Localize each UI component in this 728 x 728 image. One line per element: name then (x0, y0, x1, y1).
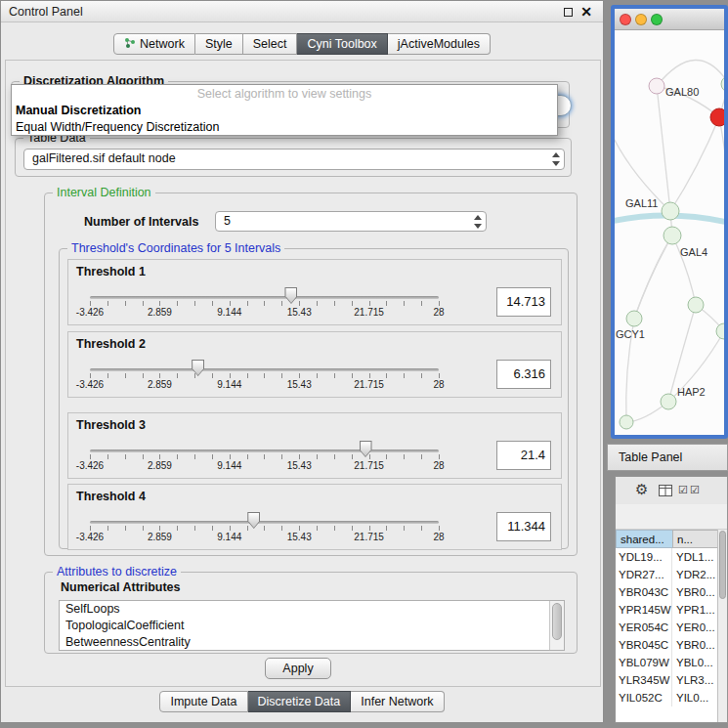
scale-label: 15.43 (287, 532, 312, 542)
table-row[interactable]: YIL052CYIL0... (616, 689, 719, 707)
gear-icon[interactable]: ⚙ (635, 481, 648, 498)
table-cell[interactable]: YIL052C (616, 689, 672, 707)
zoom-traffic-light-icon[interactable] (651, 14, 663, 25)
tab-impute-data[interactable]: Impute Data (159, 691, 247, 712)
threshold-3-slider-track[interactable] (90, 450, 439, 452)
table-cell[interactable]: YPR145W (616, 601, 672, 619)
table-row[interactable]: YPR145WYPR1... (616, 601, 719, 619)
network-canvas[interactable]: GAL80GAL11GAL4GCY1HAP2 (615, 30, 724, 435)
close-traffic-light-icon[interactable] (620, 14, 631, 25)
attribute-list-item[interactable]: BetweennessCentrality (60, 634, 564, 651)
network-edge[interactable] (670, 117, 719, 211)
table-cell[interactable]: YLR3... (672, 671, 719, 689)
tab-select[interactable]: Select (243, 33, 298, 55)
network-edge[interactable] (657, 86, 670, 211)
table-cell[interactable]: YPR1... (672, 601, 719, 619)
scrollbar-thumb[interactable] (552, 603, 562, 640)
network-edge[interactable] (657, 60, 724, 86)
scale-label: -3.426 (76, 307, 104, 318)
attributes-scrollbar[interactable] (549, 601, 564, 650)
network-window-titlebar[interactable] (615, 9, 724, 30)
close-icon[interactable]: ✕ (580, 4, 592, 20)
threshold-1-slider-thumb[interactable] (284, 287, 297, 304)
threshold-4-slider-thumb[interactable] (247, 512, 260, 529)
number-of-intervals-combobox[interactable]: 5 (215, 211, 487, 232)
control-panel-titlebar[interactable]: Control Panel ✕ (1, 1, 603, 22)
network-node[interactable] (710, 108, 724, 126)
table-cell[interactable]: YDR2... (672, 566, 719, 583)
table-cell[interactable]: YBR043C (616, 583, 672, 601)
table-data-group: Table Data galFiltered.sif default node (15, 138, 572, 177)
dropdown-item-manual-discretization[interactable]: Manual Discretization (12, 103, 557, 119)
table-row[interactable]: YER054CYER0... (616, 619, 719, 636)
table-cell[interactable]: YER0... (672, 619, 719, 636)
table-cell[interactable]: YDR27... (616, 566, 672, 583)
table-cell[interactable]: YER054C (616, 619, 672, 636)
attribute-list-item[interactable]: SelfLoops (60, 601, 564, 618)
threshold-2-label: Threshold 2 (76, 337, 146, 351)
dropdown-item-equal-width-frequency[interactable]: Equal Width/Frequency Discretization (12, 119, 557, 136)
threshold-2-slider-thumb[interactable] (192, 360, 204, 376)
network-node[interactable] (626, 311, 642, 326)
network-node[interactable] (688, 297, 704, 313)
table-data-combobox[interactable]: galFiltered.sif default node (23, 149, 565, 170)
threshold-1-value-field[interactable]: 14.713 (496, 287, 551, 317)
network-node[interactable] (716, 323, 724, 339)
tab-network[interactable]: Network (113, 33, 195, 55)
table-cell[interactable]: YIL0... (672, 689, 719, 707)
network-node[interactable] (649, 78, 664, 94)
dropdown-item-placeholder[interactable]: Select algorithm to view settings (12, 86, 557, 103)
network-edge[interactable] (634, 236, 672, 319)
threshold-2-value-field[interactable]: 6.316 (496, 360, 551, 389)
network-node[interactable] (664, 227, 681, 244)
network-node[interactable] (620, 415, 633, 429)
threshold-4-slider-track[interactable] (90, 521, 439, 524)
float-window-icon[interactable] (564, 8, 573, 17)
attribute-list-item[interactable]: TopologicalCoefficient (60, 618, 564, 634)
table-cell[interactable]: YBL079W (616, 654, 672, 671)
tab-style[interactable]: Style (195, 33, 243, 55)
table-cell[interactable]: YBR045C (616, 636, 672, 654)
tab-cyni-toolbox[interactable]: Cyni Toolbox (297, 33, 387, 55)
checkbox-icon[interactable]: ☑ (678, 484, 688, 496)
table-panel-header[interactable]: Table Panel (607, 444, 728, 471)
tab-jactivemodules[interactable]: jActiveModules (388, 33, 491, 55)
table-row[interactable]: YDR27...YDR2... (616, 566, 719, 583)
table-panel-window: ⚙ ☑ ☑ shared... n... YDL19...YDL1...YDR2… (615, 476, 728, 723)
column-header-shared-name[interactable]: shared... (616, 530, 672, 548)
table-cell[interactable]: YLR345W (616, 671, 672, 689)
network-view-window[interactable]: GAL80GAL11GAL4GCY1HAP2 (611, 5, 728, 439)
network-icon (124, 37, 136, 52)
threshold-4-value-field[interactable]: 11.344 (496, 512, 551, 541)
table-row[interactable]: YBL079WYBL0... (616, 654, 719, 671)
table-row[interactable]: YBR045CYBR0... (616, 636, 719, 654)
table-cell[interactable]: YBR0... (672, 636, 719, 654)
checkbox-icon[interactable]: ☑ (690, 484, 700, 496)
table-cell[interactable]: YDL1... (672, 548, 719, 566)
network-graph[interactable]: GAL80GAL11GAL4GCY1HAP2 (615, 30, 724, 435)
table-cell[interactable]: YBL0... (672, 654, 719, 671)
table-row[interactable]: YBR043CYBR0... (616, 583, 719, 601)
numerical-attributes-list[interactable]: SelfLoopsTopologicalCoefficientBetweenne… (59, 600, 565, 651)
table-row[interactable]: YDL19...YDL1... (616, 548, 719, 566)
threshold-1-slider-track[interactable] (90, 296, 439, 299)
table-row[interactable]: YLR345WYLR3... (616, 671, 719, 689)
threshold-3-value-field[interactable]: 21.4 (496, 441, 551, 470)
tab-discretize-data[interactable]: Discretize Data (248, 691, 352, 712)
apply-button[interactable]: Apply (265, 658, 331, 679)
network-edge[interactable] (634, 236, 672, 319)
table-scrollbar[interactable] (717, 530, 727, 722)
threshold-2-slider-track[interactable] (90, 368, 439, 371)
scrollbar-thumb[interactable] (719, 531, 726, 599)
minimize-traffic-light-icon[interactable] (635, 14, 647, 25)
column-header-name[interactable]: n... (672, 530, 719, 548)
columns-icon[interactable] (659, 485, 672, 499)
table-cell[interactable]: YDL19... (616, 548, 672, 566)
network-node[interactable] (721, 76, 724, 92)
network-node[interactable] (662, 202, 679, 220)
table-cell[interactable]: YBR0... (672, 583, 719, 601)
scale-label: 2.859 (148, 532, 172, 542)
threshold-3-slider-thumb[interactable] (360, 441, 372, 457)
tab-infer-network[interactable]: Infer Network (351, 691, 444, 712)
network-node[interactable] (661, 394, 676, 409)
